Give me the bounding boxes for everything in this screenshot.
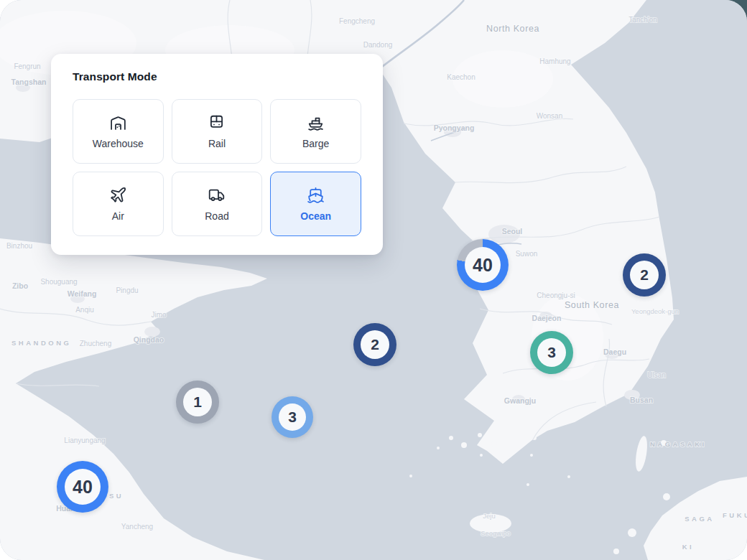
map-cluster-marker[interactable]: 40 xyxy=(457,239,509,291)
mode-label: Rail xyxy=(208,138,226,149)
map-cluster-marker[interactable]: 2 xyxy=(353,323,396,366)
mode-barge-button[interactable]: Barge xyxy=(270,99,361,164)
transport-mode-grid: WarehouseRailBargeAirRoadOcean xyxy=(73,99,361,236)
mode-label: Road xyxy=(205,210,228,222)
logistics-map-screen: FengchengDandongNorth KoreaTanch'onHamhu… xyxy=(0,0,747,560)
road-icon xyxy=(208,186,226,204)
map-card: FengchengDandongNorth KoreaTanch'onHamhu… xyxy=(0,0,747,560)
mode-label: Air xyxy=(112,210,124,222)
mode-road-button[interactable]: Road xyxy=(172,172,263,236)
ocean-icon xyxy=(307,186,325,204)
marker-count: 2 xyxy=(630,261,659,289)
map-cluster-marker[interactable]: 1 xyxy=(176,381,219,424)
rail-icon xyxy=(208,113,226,131)
map-cluster-marker[interactable]: 40 xyxy=(57,461,108,513)
barge-icon xyxy=(307,113,325,131)
transport-mode-panel: Transport Mode WarehouseRailBargeAirRoad… xyxy=(51,54,383,255)
marker-count: 1 xyxy=(183,388,212,416)
map-cluster-marker[interactable]: 2 xyxy=(623,253,666,297)
map-cluster-marker[interactable]: 3 xyxy=(272,396,313,438)
warehouse-icon xyxy=(109,113,127,131)
panel-title: Transport Mode xyxy=(73,70,361,83)
mode-air-button[interactable]: Air xyxy=(73,172,164,236)
mode-ocean-button[interactable]: Ocean xyxy=(270,172,361,236)
mode-label: Warehouse xyxy=(93,138,144,149)
air-icon xyxy=(109,186,127,204)
marker-count: 40 xyxy=(65,469,101,505)
marker-count: 3 xyxy=(279,403,306,431)
mode-rail-button[interactable]: Rail xyxy=(172,99,263,164)
marker-count: 40 xyxy=(465,247,501,283)
marker-count: 2 xyxy=(361,330,389,359)
mode-warehouse-button[interactable]: Warehouse xyxy=(73,99,164,164)
marker-count: 3 xyxy=(537,338,566,367)
mode-label: Ocean xyxy=(300,210,331,222)
mode-label: Barge xyxy=(302,138,329,149)
map-cluster-marker[interactable]: 3 xyxy=(530,331,573,374)
